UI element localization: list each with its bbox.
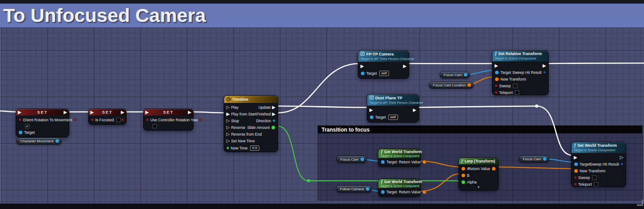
blueprint-editor-canvas: To Unfocused Camera Transition to focus (0, 0, 644, 209)
variable-focus-cam[interactable]: Focus Cam (440, 71, 470, 78)
bool-pin[interactable] (91, 119, 93, 121)
node-header[interactable]: ƒGet World Transform Target is Scene Com… (378, 179, 420, 188)
target-value-field[interactable]: self (379, 71, 389, 76)
node-set-orient-rotation[interactable]: ▶ SET ▶ Orient Rotation To Movement ✔ Ta… (16, 109, 69, 137)
checkbox-unchecked[interactable] (153, 124, 157, 128)
object-out-pin[interactable] (543, 157, 547, 161)
new-transform-pin[interactable] (574, 169, 578, 173)
exec-out-pin[interactable]: ▶ (542, 64, 546, 68)
checkbox-unchecked[interactable] (116, 118, 121, 122)
new-time-value-field[interactable]: 0.0 (250, 145, 259, 151)
exec-out-pin[interactable]: ▶ (188, 110, 191, 115)
float-pin-slide-amount[interactable] (271, 126, 275, 129)
exec-in-pin[interactable]: ▶ (495, 64, 498, 68)
node-dust-plane-tp[interactable]: Dust Plane TP Target is BP Third Person … (367, 94, 419, 123)
object-out-pin[interactable] (360, 158, 364, 161)
target-pin[interactable] (381, 160, 385, 164)
target-pin[interactable] (19, 131, 22, 134)
bool-pin[interactable] (146, 119, 148, 121)
transform-out-pin[interactable] (467, 83, 471, 87)
exec-in-pin[interactable]: ▶ (90, 110, 94, 115)
node-lerp-transform[interactable]: ƒLerp (Transform) A B Alpha Return Value… (458, 158, 499, 191)
comment-header[interactable]: Transition to focus (318, 126, 642, 133)
teleport-pin[interactable] (574, 183, 576, 185)
object-out-pin[interactable] (55, 139, 59, 143)
checkbox-unchecked[interactable] (515, 90, 519, 95)
node-header[interactable]: ƒSet World Transform Target is Scene Com… (572, 142, 626, 153)
comment-node-title-band[interactable]: To Unfocused Camera (0, 4, 644, 28)
exec-in-pin[interactable]: ▶ (369, 108, 373, 112)
variable-character-movement[interactable]: Character Movement (16, 137, 62, 145)
node-header[interactable]: ▶ SET ▶ (16, 109, 69, 115)
exec-pin-play-from-start[interactable]: ▶ (226, 112, 230, 116)
target-pin[interactable] (495, 71, 499, 74)
new-transform-pin[interactable] (495, 77, 499, 81)
bool-pin[interactable] (19, 119, 21, 121)
checkbox-checked[interactable]: ✔ (25, 124, 30, 128)
variable-focus-cam[interactable]: Focus Cam (336, 156, 367, 163)
exec-out-pin[interactable]: ▷ (620, 155, 623, 160)
node-get-world-transform-top[interactable]: ƒGet World Transform Target is Scene Com… (378, 149, 421, 167)
exec-out-pin[interactable]: ▶ (403, 64, 407, 68)
exec-pin-stop[interactable]: ▷ (226, 119, 230, 123)
node-header[interactable]: ▶ SET ▶ (144, 109, 193, 115)
return-value-pin[interactable] (423, 190, 426, 194)
exec-in-pin[interactable]: ▶ (145, 110, 149, 115)
target-pin[interactable] (361, 72, 364, 75)
checkbox-unchecked[interactable] (594, 182, 598, 187)
node-fptp-camera[interactable]: FP-TP Camera Target is BP Third Person C… (358, 50, 409, 79)
node-set-relative-transform[interactable]: ƒSet Relative Transform Target is Scene … (492, 50, 549, 95)
a-pin[interactable] (462, 167, 465, 171)
node-header[interactable]: Dust Plane TP Target is BP Third Person … (367, 94, 419, 106)
exec-pin-play[interactable]: ▷ (226, 105, 230, 110)
alpha-pin[interactable] (462, 180, 465, 184)
bool-out-pin[interactable] (122, 119, 124, 121)
exec-in-pin[interactable]: ▶ (360, 64, 364, 68)
expand-chevron-icon[interactable]: ▾ (459, 185, 498, 190)
node-set-controller-yaw[interactable]: ▶ SET ▶ Use Controller Rotation Yaw (143, 109, 194, 131)
return-value-pin[interactable] (423, 160, 426, 164)
target-pin[interactable] (370, 115, 373, 119)
exec-pin-set-new-time[interactable]: ▷ (226, 139, 230, 143)
exec-in-pin[interactable]: ▶ (18, 110, 21, 115)
sweep-hit-result-pin[interactable] (621, 163, 623, 165)
teleport-pin[interactable] (495, 91, 497, 94)
float-pin-new-time[interactable] (227, 147, 229, 149)
checkbox-unchecked[interactable] (513, 84, 517, 88)
checkbox-unchecked[interactable] (592, 175, 597, 180)
exec-out-pin[interactable]: ▶ (413, 108, 416, 112)
node-header[interactable]: FP-TP Camera Target is BP Third Person C… (358, 51, 409, 62)
node-header[interactable]: ƒLerp (Transform) (459, 158, 498, 164)
variable-focus-cam-location[interactable]: Focus Cam Location (429, 81, 474, 89)
node-header[interactable]: Timeline (224, 96, 278, 103)
node-timeline[interactable]: Timeline ▷Play ▶Play from Start ▷Stop ▷R… (224, 95, 278, 152)
sweep-pin[interactable] (574, 176, 576, 179)
exec-pin-reverse-from-end[interactable]: ▷ (226, 132, 230, 136)
node-set-world-transform[interactable]: ƒSet World Transform Target is Scene Com… (571, 142, 626, 187)
object-out-pin[interactable] (464, 73, 467, 77)
object-out-pin[interactable] (366, 187, 369, 191)
pill-label: Focus Cam Location (433, 83, 466, 87)
variable-follow-camera[interactable]: Follow Camera (336, 185, 372, 192)
node-header[interactable]: ƒSet Relative Transform Target is Scene … (492, 51, 548, 61)
exec-pin-update[interactable]: ▶ (272, 105, 275, 110)
node-header[interactable]: ▶ SET ▶ (89, 109, 126, 115)
b-pin[interactable] (462, 174, 465, 177)
exec-out-pin[interactable]: ▶ (121, 110, 124, 115)
target-pin[interactable] (574, 162, 578, 166)
sweep-hit-result-pin[interactable] (543, 71, 546, 73)
exec-pin-finished[interactable]: ▶ (272, 112, 275, 116)
exec-out-pin[interactable]: ▶ (64, 110, 67, 115)
node-set-is-focused[interactable]: ▶ SET ▶ Is Focused (88, 109, 127, 125)
node-get-world-transform-bottom[interactable]: ƒGet World Transform Target is Scene Com… (378, 179, 421, 197)
target-pin[interactable] (381, 190, 385, 194)
sweep-pin[interactable] (495, 85, 497, 87)
exec-in-pin[interactable]: ▶ (574, 155, 577, 160)
resize-grip[interactable] (637, 200, 643, 206)
node-header[interactable]: ƒGet World Transform Target is Scene Com… (378, 149, 420, 158)
variable-focus-cam[interactable]: Focus Cam (519, 155, 549, 162)
enum-pin-direction[interactable] (273, 119, 275, 122)
return-value-pin[interactable] (492, 167, 496, 171)
exec-pin-reverse[interactable]: ▷ (226, 125, 230, 130)
target-value-field[interactable]: self (388, 115, 398, 120)
